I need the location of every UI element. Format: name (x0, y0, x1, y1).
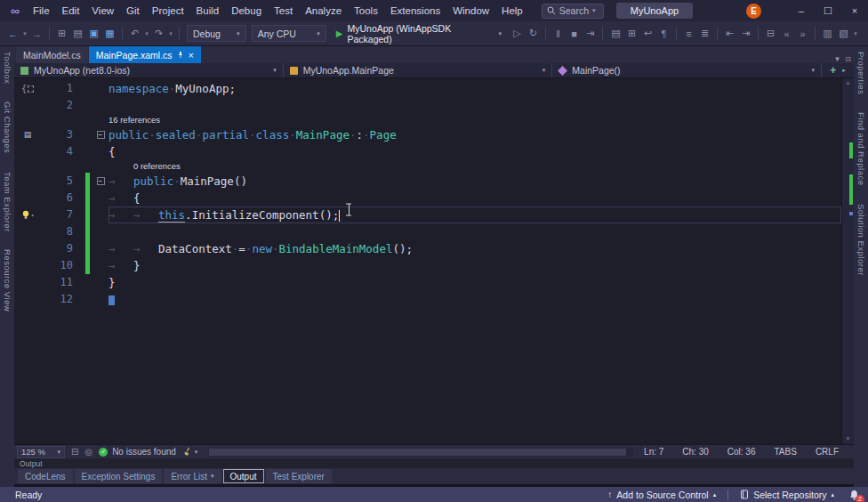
code-map-button[interactable]: ▧ (836, 25, 851, 43)
navigate-backward-button[interactable]: ← (5, 25, 20, 43)
menu-tools[interactable]: Tools (348, 4, 384, 18)
member-dropdown[interactable]: MainPage() ▾ (552, 63, 822, 77)
notifications-button[interactable]: 2 (849, 490, 859, 500)
side-tab-properties[interactable]: Properties (856, 52, 866, 94)
code-text[interactable]: } (108, 274, 841, 291)
solution-platform-dropdown[interactable]: Any CPU ▾ (252, 25, 326, 42)
menu-help[interactable]: Help (495, 4, 529, 18)
code-cleanup-button[interactable]: ▾ (182, 447, 198, 457)
feedback-button[interactable]: ▤ (608, 25, 623, 43)
code-text[interactable]: →public·MainPage() (108, 173, 841, 190)
document-health-indicator[interactable]: ✓ No issues found (99, 447, 176, 457)
account-avatar[interactable]: E (746, 4, 761, 19)
redo-button[interactable]: ↷ (151, 25, 166, 43)
save-all-button[interactable]: ▦ (102, 25, 117, 43)
side-tab-team-explorer[interactable]: Team Explorer (3, 172, 12, 232)
menu-window[interactable]: Window (446, 4, 495, 18)
open-file-button[interactable]: ▤ (70, 25, 85, 43)
panel-tab-output[interactable]: Output (223, 469, 264, 483)
comment-button[interactable]: ≡ (681, 25, 696, 43)
close-button[interactable]: × (841, 0, 868, 21)
menu-git[interactable]: Git (120, 4, 146, 18)
select-repository-button[interactable]: Select Repository ▴ (740, 490, 834, 500)
menu-extensions[interactable]: Extensions (384, 4, 446, 18)
menu-test[interactable]: Test (268, 4, 299, 18)
hot-reload-button[interactable]: ↻ (526, 25, 541, 43)
project-dropdown[interactable]: MyUnoApp (net8.0-ios) ▾ (14, 63, 284, 77)
document-tab-mainpage-xaml-cs[interactable]: MainPage.xaml.cs× (89, 46, 201, 63)
uncomment-button[interactable]: ≣ (697, 25, 712, 43)
panel-tab-exception-settings[interactable]: Exception Settings (75, 469, 163, 483)
code-text[interactable]: { (108, 143, 841, 160)
document-tab-mainmodel-cs[interactable]: MainModel.cs (16, 46, 88, 63)
start-without-debugging-button[interactable]: ▷ (510, 25, 525, 43)
navigate-backward-dropdown[interactable]: ▾ (21, 25, 28, 43)
redo-dropdown[interactable]: ▾ (167, 25, 174, 43)
stop-button[interactable]: ■ (567, 25, 582, 43)
side-tab-resource-view[interactable]: Resource View (3, 249, 12, 312)
scroll-up-icon[interactable]: ▲ (842, 78, 854, 88)
horizontal-scrollbar-thumb[interactable] (209, 449, 625, 456)
split-view-icon[interactable]: ⊟ (71, 447, 78, 457)
tab-options-icon[interactable]: ⊡ (845, 55, 851, 63)
code-text[interactable]: →→DataContext·=·new·BindableMainModel(); (108, 240, 841, 257)
menu-project[interactable]: Project (146, 4, 190, 18)
line-ending-indicator[interactable]: CRLF (816, 447, 839, 457)
start-debugging-button[interactable]: ▶ MyUnoApp (WinAppSDK Packaged) ▾ (330, 25, 508, 43)
code-text[interactable] (108, 97, 841, 114)
compare-files-button[interactable]: ⊞ (624, 25, 639, 43)
side-tab-git-changes[interactable]: Git Changes (3, 101, 12, 153)
collapse-region-button[interactable]: − (97, 131, 105, 139)
code-text[interactable] (108, 223, 841, 240)
word-wrap-button[interactable]: ↩ (640, 25, 655, 43)
next-bookmark-button[interactable]: » (795, 25, 810, 43)
menu-debug[interactable]: Debug (225, 4, 268, 18)
vertical-scrollbar[interactable]: ▲ ▼ (841, 78, 854, 444)
pin-icon[interactable] (177, 50, 184, 61)
document-list-dropdown-icon[interactable]: ▼ (833, 55, 840, 63)
undo-button[interactable]: ↶ (127, 25, 142, 43)
code-text[interactable]: →{ (108, 190, 841, 206)
code-text[interactable]: →} (108, 257, 841, 274)
show-whitespace-button[interactable]: ¶ (656, 25, 671, 43)
add-button[interactable]: + (830, 64, 836, 77)
scroll-down-icon[interactable]: ▼ (842, 434, 854, 444)
side-tab-toolbox[interactable]: Toolbox (3, 52, 12, 84)
step-over-button[interactable]: ⇥ (583, 25, 598, 43)
chevron-right-icon[interactable]: ▸ (842, 67, 846, 74)
maximize-button[interactable]: ☐ (815, 0, 841, 21)
menu-build[interactable]: Build (190, 4, 226, 18)
bookmark-button[interactable]: ⊟ (763, 25, 778, 43)
document-outline-icon[interactable]: ◎ (84, 447, 92, 457)
side-tab-solution-explorer[interactable]: Solution Explorer (856, 204, 866, 276)
tabs-indicator[interactable]: TABS (774, 447, 796, 457)
panel-tab-codelens[interactable]: CodeLens (18, 469, 73, 483)
side-tab-find-and-replace[interactable]: Find and Replace (856, 112, 866, 185)
code-text[interactable]: →→this.InitializeComponent(); (108, 206, 841, 223)
code-text[interactable] (108, 291, 841, 308)
quick-actions-lightbulb[interactable]: ▾ (14, 206, 41, 223)
panel-tab-test-explorer[interactable]: Test Explorer (266, 469, 332, 483)
solution-configuration-dropdown[interactable]: Debug ▾ (187, 25, 246, 42)
code-text[interactable]: public·sealed·partial·class·MainPage·:·P… (108, 126, 841, 143)
codelens-text[interactable]: 0 references (108, 160, 841, 173)
minimize-button[interactable]: – (788, 0, 815, 21)
codelens-text[interactable]: 16 references (108, 114, 841, 126)
increase-indent-button[interactable]: ⇥ (738, 25, 753, 43)
menu-analyze[interactable]: Analyze (299, 4, 348, 18)
search-box[interactable]: Search ▾ (542, 4, 604, 19)
horizontal-scrollbar[interactable] (208, 448, 633, 457)
collapse-region-button[interactable]: − (97, 177, 105, 185)
code-text[interactable]: namespace·MyUnoApp; (108, 80, 841, 97)
type-dropdown[interactable]: MyUnoApp.MainPage ▾ (284, 63, 553, 77)
menu-file[interactable]: File (27, 4, 56, 18)
close-tab-icon[interactable]: × (189, 50, 194, 61)
solution-name-badge[interactable]: MyUnoApp (616, 3, 693, 19)
menu-view[interactable]: View (85, 4, 120, 18)
call-hierarchy-button[interactable]: ▥ (820, 25, 835, 43)
new-project-button[interactable]: ⊞ (54, 25, 69, 43)
break-all-button[interactable]: ‖ (551, 25, 566, 43)
navigate-forward-button[interactable]: → (29, 25, 44, 43)
code-area[interactable]: {1namespace·MyUnoApp;216 references▤3−pu… (14, 78, 841, 444)
decrease-indent-button[interactable]: ⇤ (722, 25, 737, 43)
